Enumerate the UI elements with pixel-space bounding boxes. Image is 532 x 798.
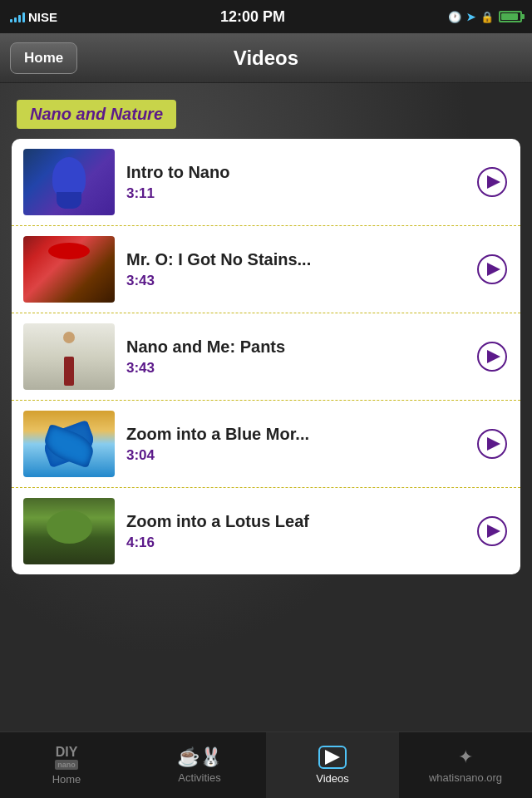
category-label: Nano and Nature (17, 100, 176, 129)
play-circle (477, 167, 507, 197)
play-circle (477, 516, 507, 546)
list-item[interactable]: Intro to Nano 3:11 (12, 139, 520, 226)
signal-icon (10, 11, 25, 22)
video-info: Nano and Me: Pants 3:43 (126, 337, 464, 377)
play-circle (477, 342, 507, 372)
list-item[interactable]: Nano and Me: Pants 3:43 (12, 313, 520, 401)
carrier-name: NISE (28, 10, 57, 24)
whatisnano-icon: ✦ (458, 746, 473, 768)
video-duration: 3:11 (126, 185, 464, 202)
video-thumbnail (23, 411, 115, 477)
video-title: Zoom into a Lotus Leaf (126, 511, 464, 531)
battery-icon (499, 11, 522, 22)
tab-videos-label: Videos (316, 772, 349, 785)
video-info: Mr. O: I Got No Stains... 3:43 (126, 249, 464, 289)
video-list: Intro to Nano 3:11 Mr. O: I Got No Stain… (12, 139, 520, 574)
play-circle (477, 429, 507, 459)
diy-nano-icon: DIY nano (55, 746, 78, 770)
list-item[interactable]: Zoom into a Blue Mor... 3:04 (12, 401, 520, 488)
video-thumbnail (23, 236, 115, 303)
videos-icon-box (318, 746, 347, 769)
video-duration: 4:16 (126, 534, 464, 551)
play-triangle-icon (487, 525, 500, 538)
page-title: Videos (234, 47, 298, 70)
play-triangle-icon (487, 350, 500, 363)
video-duration: 3:43 (126, 273, 464, 289)
video-title: Nano and Me: Pants (126, 337, 464, 357)
nav-bar: Home Videos (0, 33, 532, 83)
tab-activities[interactable]: ☕🐰 Activities (133, 732, 266, 798)
video-info: Intro to Nano 3:11 (126, 162, 464, 202)
video-thumbnail (23, 149, 115, 215)
tab-home-label: Home (52, 773, 81, 786)
play-circle (477, 254, 507, 284)
tab-whatisnano-label: whatisnano.org (429, 771, 502, 784)
play-button[interactable] (475, 340, 509, 373)
play-triangle-icon (487, 175, 500, 189)
video-title: Mr. O: I Got No Stains... (126, 249, 464, 269)
play-button[interactable] (475, 515, 509, 548)
video-title: Zoom into a Blue Mor... (126, 424, 464, 444)
tab-activities-label: Activities (178, 771, 220, 784)
list-item[interactable]: Zoom into a Lotus Leaf 4:16 (12, 488, 520, 574)
video-thumbnail (23, 498, 115, 564)
tab-home[interactable]: DIY nano Home (0, 732, 133, 798)
video-duration: 3:43 (126, 360, 464, 377)
tab-videos[interactable]: Videos (266, 732, 399, 798)
location-icon: ➤ (466, 11, 475, 23)
list-item[interactable]: Mr. O: I Got No Stains... 3:43 (12, 226, 520, 313)
tab-whatisnano[interactable]: ✦ whatisnano.org (399, 732, 532, 798)
play-button[interactable] (475, 253, 509, 286)
tab-bar: DIY nano Home ☕🐰 Activities Videos ✦ wha… (0, 732, 532, 798)
play-button[interactable] (475, 165, 509, 199)
video-duration: 3:04 (126, 447, 464, 464)
play-triangle-icon (487, 263, 500, 276)
video-thumbnail (23, 323, 115, 390)
carrier-signal: NISE (10, 10, 57, 24)
play-button[interactable] (475, 427, 509, 461)
video-info: Zoom into a Lotus Leaf 4:16 (126, 511, 464, 551)
status-indicators: 🕐 ➤ 🔒 (448, 11, 522, 23)
status-time: 12:00 PM (220, 8, 285, 26)
activities-icon: ☕🐰 (177, 746, 222, 768)
play-triangle-icon (487, 437, 500, 451)
clock-icon: 🕐 (448, 11, 461, 23)
status-bar: NISE 12:00 PM 🕐 ➤ 🔒 (0, 0, 532, 33)
play-icon (325, 750, 340, 765)
video-info: Zoom into a Blue Mor... 3:04 (126, 424, 464, 464)
lock-icon: 🔒 (480, 11, 494, 23)
home-button[interactable]: Home (10, 42, 77, 74)
main-content: Nano and Nature Intro to Nano 3:11 Mr. O… (0, 83, 532, 732)
video-title: Intro to Nano (126, 162, 464, 182)
